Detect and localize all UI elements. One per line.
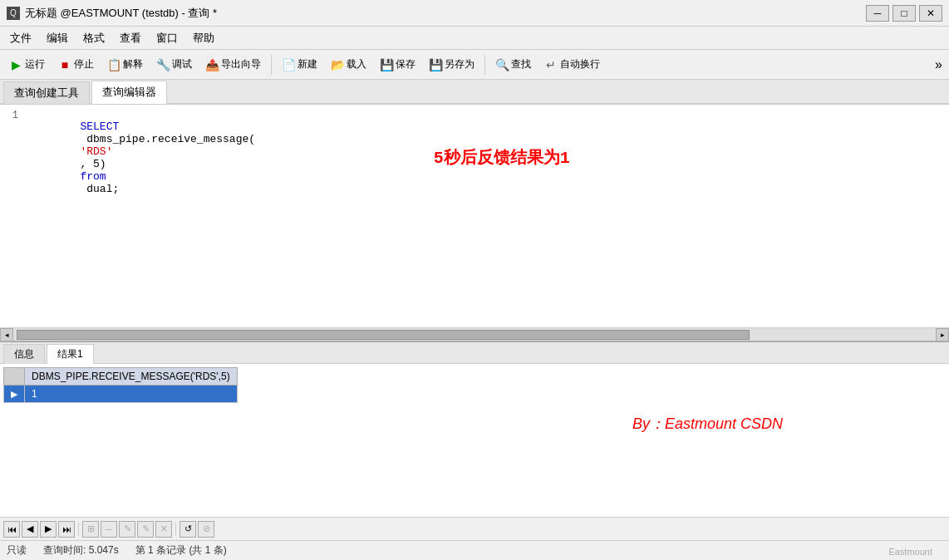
- minimize-button[interactable]: ─: [866, 5, 889, 22]
- scrollbar-track[interactable]: [17, 330, 932, 340]
- explain-label: 解释: [123, 57, 143, 71]
- menu-view[interactable]: 查看: [113, 29, 148, 47]
- editor-area: 1 SELECT dbms_pipe.receive_message( 'RDS…: [0, 105, 949, 341]
- nav-delete[interactable]: ─: [101, 521, 117, 538]
- cell-value: 1: [25, 386, 238, 403]
- stop-button[interactable]: ■ 停止: [52, 55, 100, 74]
- by-text: By：Eastmount CSDN: [632, 414, 783, 434]
- stop-label: 停止: [74, 57, 94, 71]
- maximize-button[interactable]: □: [892, 5, 916, 22]
- save-icon: 💾: [380, 58, 393, 71]
- saveas-label: 另存为: [445, 57, 474, 71]
- keyword-from: from: [80, 170, 106, 183]
- watermark: Eastmount: [888, 547, 932, 557]
- run-icon: ▶: [9, 58, 22, 71]
- title-bar-controls: ─ □ ✕: [866, 5, 942, 22]
- save-label: 保存: [396, 57, 415, 71]
- export-button[interactable]: 📤 导出向导: [199, 55, 267, 74]
- col-indicator-header: [4, 368, 25, 386]
- new-icon: 📄: [282, 58, 295, 71]
- status-readonly: 只读: [7, 543, 27, 558]
- nav-stop[interactable]: ⊘: [198, 521, 214, 538]
- load-label: 载入: [347, 57, 366, 71]
- export-label: 导出向导: [221, 57, 261, 71]
- status-bar: 只读 查询时间: 5.047s 第 1 条记录 (共 1 条) Eastmoun…: [0, 540, 949, 560]
- col-dbms-pipe: DBMS_PIPE.RECEIVE_MESSAGE('RDS',5): [25, 368, 238, 386]
- status-query-time: 查询时间: 5.047s: [43, 543, 119, 558]
- debug-button[interactable]: 🔧 调试: [150, 55, 198, 74]
- title-bar-left: Q 无标题 @EASTMOUNT (testdb) - 查询 *: [7, 6, 217, 21]
- debug-label: 调试: [172, 57, 192, 71]
- menu-file[interactable]: 文件: [3, 29, 38, 47]
- autowrap-icon: ↵: [544, 58, 558, 71]
- nav-first[interactable]: ⏮: [3, 521, 20, 538]
- new-label: 新建: [297, 57, 317, 71]
- find-label: 查找: [511, 57, 531, 71]
- bottom-nav-toolbar: ⏮ ◀ ▶ ⏭ ⊞ ─ ✎ ✎ ✕ ↺ ⊘: [0, 517, 949, 540]
- load-button[interactable]: 📂 载入: [325, 55, 372, 74]
- autowrap-label: 自动换行: [560, 57, 600, 71]
- menu-help[interactable]: 帮助: [186, 29, 221, 47]
- tab-query-builder[interactable]: 查询创建工具: [3, 81, 90, 104]
- nav-last[interactable]: ⏭: [58, 521, 75, 538]
- explain-icon: 📋: [107, 58, 120, 71]
- save-button[interactable]: 💾 保存: [374, 55, 421, 74]
- debug-icon: 🔧: [156, 58, 170, 71]
- nav-refresh[interactable]: ↺: [179, 521, 196, 538]
- menu-window[interactable]: 窗口: [150, 29, 184, 47]
- menu-format[interactable]: 格式: [76, 29, 111, 47]
- bottom-panel: 信息 结果1 DBMS_PIPE.RECEIVE_MESSAGE('RDS',5…: [0, 341, 949, 540]
- close-button[interactable]: ✕: [919, 5, 942, 22]
- status-record-info: 第 1 条记录 (共 1 条): [135, 543, 227, 558]
- explain-button[interactable]: 📋 解释: [101, 55, 149, 74]
- scroll-right-arrow[interactable]: ▸: [936, 328, 949, 341]
- nav-prev[interactable]: ◀: [22, 521, 38, 538]
- run-label: 运行: [25, 57, 45, 71]
- tab-result1[interactable]: 结果1: [47, 344, 94, 364]
- separator-1: [271, 55, 272, 75]
- nav-sep-2: [175, 523, 176, 536]
- nav-next[interactable]: ▶: [40, 521, 57, 538]
- line-number-1: 1: [0, 108, 25, 121]
- table-row[interactable]: ▶ 1: [4, 386, 238, 403]
- export-icon: 📤: [205, 58, 219, 71]
- query-tab-bar: 查询创建工具 查询编辑器: [0, 80, 949, 105]
- run-button[interactable]: ▶ 运行: [3, 55, 51, 74]
- result-table: DBMS_PIPE.RECEIVE_MESSAGE('RDS',5) ▶ 1: [3, 367, 238, 403]
- toolbar: ▶ 运行 ■ 停止 📋 解释 🔧 调试 📤 导出向导 📄 新建 📂 载入 💾 保…: [0, 50, 949, 80]
- nav-add[interactable]: ⊞: [82, 521, 99, 538]
- load-icon: 📂: [331, 58, 344, 71]
- find-button[interactable]: 🔍 查找: [489, 55, 537, 74]
- stop-icon: ■: [58, 58, 71, 71]
- tab-query-editor[interactable]: 查询编辑器: [91, 81, 167, 104]
- scroll-left-arrow[interactable]: ◂: [0, 328, 13, 341]
- new-button[interactable]: 📄 新建: [276, 55, 323, 74]
- line-code-1: SELECT dbms_pipe.receive_message( 'RDS' …: [25, 108, 255, 208]
- query-time-label: 查询时间:: [43, 544, 86, 556]
- editor-content[interactable]: 1 SELECT dbms_pipe.receive_message( 'RDS…: [0, 105, 949, 327]
- menu-edit[interactable]: 编辑: [40, 29, 75, 47]
- window-title: 无标题 @EASTMOUNT (testdb) - 查询 *: [25, 6, 217, 21]
- nav-sep-1: [78, 523, 79, 536]
- nav-edit1[interactable]: ✎: [119, 521, 135, 538]
- menu-bar: 文件 编辑 格式 查看 窗口 帮助: [0, 27, 949, 50]
- tab-info[interactable]: 信息: [3, 344, 45, 364]
- bottom-tab-bar: 信息 结果1: [0, 342, 949, 364]
- app-icon: Q: [7, 7, 20, 20]
- horizontal-scrollbar[interactable]: ◂ ▸: [0, 327, 949, 341]
- search-icon: 🔍: [495, 58, 509, 71]
- row-indicator: ▶: [4, 386, 25, 403]
- toolbar-more[interactable]: »: [932, 57, 946, 72]
- autowrap-button[interactable]: ↵ 自动换行: [538, 55, 606, 74]
- title-bar: Q 无标题 @EASTMOUNT (testdb) - 查询 * ─ □ ✕: [0, 0, 949, 27]
- keyword-select: SELECT: [80, 120, 119, 133]
- saveas-icon: 💾: [429, 58, 442, 71]
- saveas-button[interactable]: 💾 另存为: [423, 55, 480, 74]
- result-area: DBMS_PIPE.RECEIVE_MESSAGE('RDS',5) ▶ 1 B…: [0, 364, 949, 517]
- nav-edit2[interactable]: ✎: [137, 521, 154, 538]
- separator-2: [484, 55, 485, 75]
- sql-string-rds: 'RDS': [80, 145, 112, 158]
- query-time-value: 5.047s: [89, 544, 119, 556]
- nav-cancel[interactable]: ✕: [155, 521, 172, 538]
- scrollbar-thumb[interactable]: [17, 330, 750, 340]
